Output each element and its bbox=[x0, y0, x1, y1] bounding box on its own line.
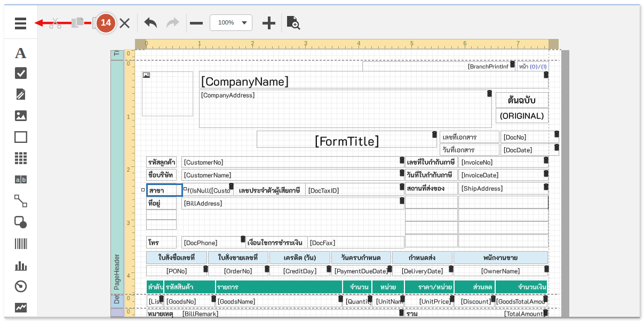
svg-text:b: b bbox=[22, 176, 25, 183]
svg-text:a: a bbox=[16, 176, 20, 183]
